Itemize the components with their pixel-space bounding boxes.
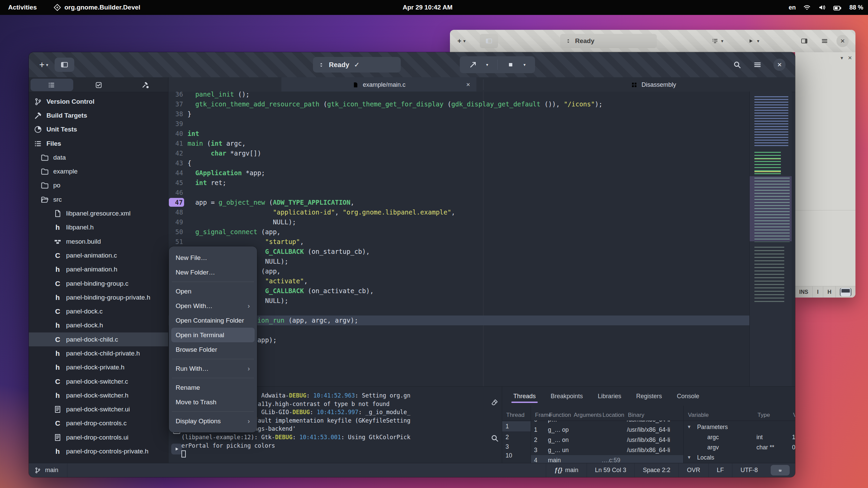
sidebar-item-files[interactable]: Files [29,137,168,150]
menu-item-move-to-trash[interactable]: Move to Trash [171,395,255,409]
code-line-46[interactable]: 46 [169,188,749,198]
code-line-45[interactable]: 45 int ret; [169,178,749,188]
debug-tab-registers[interactable]: Registers [636,393,662,400]
debug-tab-libraries[interactable]: Libraries [598,393,621,400]
close-tab-icon[interactable]: ✕ [466,82,470,88]
status-utf-8[interactable]: UTF-8 [732,463,766,477]
clear-log-icon[interactable] [491,398,499,406]
frame-row-3[interactable]: 3g_… un/usr/lib/x86_64-li [531,445,683,455]
sidebar-item-version-control[interactable]: Version Control [29,95,168,108]
tab-disassembly[interactable]: Disassembly [512,77,795,92]
bg-status-h[interactable]: H [823,286,836,298]
code-line-44[interactable]: 44 GApplication *app; [169,168,749,178]
expander-icon[interactable]: ▼ [687,452,691,463]
menu-item-open-with[interactable]: Open With…› [171,299,255,313]
bg-build-target-button[interactable]: ▾ [712,30,723,52]
background-window-header[interactable]: +▾ Ready ▾ ▾ ✕ [450,30,855,52]
bg-menu-button[interactable] [821,30,828,52]
stop-icon[interactable] [507,61,514,68]
run-icon[interactable] [469,61,477,68]
bg-toggle-right-panel-button[interactable] [801,30,808,52]
toggle-left-panel-button[interactable] [55,58,74,72]
bg-close-button[interactable]: ✕ [836,35,849,47]
code-line-51[interactable]: 51 "startup", [169,237,749,247]
minimap-viewport[interactable] [750,176,792,241]
minimap[interactable] [749,92,792,386]
close-button[interactable]: ✕ [773,59,786,71]
clock-button[interactable]: Apr 29 10:42 AM [402,0,452,15]
status-lf[interactable]: LF [708,463,732,477]
bg-status-ins[interactable]: INS [795,286,813,298]
sidebar-item-panel-dock-private-h[interactable]: hpanel-dock-private.h [29,361,168,374]
status-space-2-2[interactable]: Space 2:2 [634,463,678,477]
sidebar-item-panel-animation-h[interactable]: hpanel-animation.h [29,263,168,277]
code-line-38[interactable]: 38} [169,109,749,119]
tab-example-main-c[interactable]: example/main.c ✕ [281,77,476,92]
toggle-bottom-panel-button[interactable] [771,465,790,475]
sidebar-item-panel-dock-c[interactable]: Cpanel-dock.c [29,304,168,318]
search-button[interactable] [731,58,744,71]
frame-row-2[interactable]: 2g_… on/usr/lib/x86_64-li [531,435,683,445]
sidebar-item-panel-drop-controls-private-h[interactable]: hpanel-drop-controls-private.h [29,444,168,458]
menu-item-display-options[interactable]: Display Options› [171,414,255,428]
status-ovr[interactable]: OVR [678,463,708,477]
sidebar-tab-build-issues[interactable] [142,81,149,89]
code-line-47[interactable]: 47 app = g_object_new (ADW_TYPE_APPLICAT… [169,198,749,207]
bg-run-button[interactable]: ▾ [748,30,759,52]
variable-row-locals[interactable]: ▼Locals [684,452,795,463]
expander-icon[interactable]: ▼ [687,422,691,432]
menu-item-open-in-terminal[interactable]: Open in Terminal [171,328,255,342]
branch-button[interactable]: main [29,463,67,477]
code-line-41[interactable]: 41main (int argc, [169,139,749,148]
search-log-icon[interactable] [491,434,499,442]
code-line-42[interactable]: 42 char *argv[]) [169,148,749,158]
sidebar-item-panel-dock-switcher-ui[interactable]: panel-dock-switcher.ui [29,403,168,416]
sidebar-item-panel-animation-c[interactable]: Cpanel-animation.c [29,248,168,262]
code-line-39[interactable]: 39 [169,119,749,129]
sidebar-item-panel-binding-group-c[interactable]: Cpanel-binding-group.c [29,277,168,290]
sidebar-item-libpanel-h[interactable]: hlibpanel.h [29,221,168,235]
debug-tab-threads[interactable]: Threads [513,393,536,400]
bg-build-status-pill[interactable]: Ready [560,34,657,48]
chevron-down-icon[interactable]: ▾ [524,62,526,67]
thread-row-1[interactable]: 1 [502,421,531,431]
build-status-pill[interactable]: Ready ✓ [313,57,401,73]
sidebar-tab-project-tree[interactable] [48,81,55,89]
system-status-area[interactable]: en 88 % [789,0,863,15]
activities-button[interactable]: Activities [8,0,37,15]
sidebar-item-build-targets[interactable]: Build Targets [29,108,168,122]
debug-tab-breakpoints[interactable]: Breakpoints [551,393,583,400]
sidebar-item-panel-binding-group-private-h[interactable]: hpanel-binding-group-private.h [29,290,168,304]
sidebar-item-panel-dock-h[interactable]: hpanel-dock.h [29,319,168,332]
code-line-50[interactable]: 50 g_signal_connect (app, [169,227,749,237]
app-menu-button[interactable]: org.gnome.Builder.Devel [54,0,140,15]
status-main[interactable]: ƒ{}main [546,463,587,477]
status-ln-59-col-3[interactable]: Ln 59 Col 3 [587,463,634,477]
variable-row-argc[interactable]: argcint1 [684,432,795,442]
bg-toggle-left-panel-button[interactable] [480,34,498,48]
sidebar-item-panel-drop-controls-ui[interactable]: panel-drop-controls.ui [29,430,168,444]
sidebar-item-panel-dock-switcher-h[interactable]: hpanel-dock-switcher.h [29,388,168,402]
code-line-36[interactable]: 36 panel_init (); [169,92,749,99]
sidebar-item-data[interactable]: data [29,150,168,164]
breakpoint-line-number[interactable]: 47 [169,198,184,207]
sidebar-item-unit-tests[interactable]: Unit Tests [29,123,168,137]
code-line-43[interactable]: 43{ [169,158,749,168]
code-line-40[interactable]: 40int [169,129,749,139]
bg-status-i[interactable]: I [813,286,824,298]
menu-item-new-file[interactable]: New File… [171,250,255,265]
code-line-48[interactable]: 48 "application-id", "org.gnome.libpanel… [169,207,749,217]
sidebar-item-example[interactable]: example [29,164,168,178]
frame-row-0[interactable]: 0p…/usr/lib/x86_64-li [531,421,683,425]
bg-new-document-button[interactable]: +▾ [457,30,466,52]
menu-item-new-folder[interactable]: New Folder… [171,265,255,280]
variable-row-parameters[interactable]: ▼Parameters [684,422,795,432]
bg-toggle-panel-button[interactable] [836,286,855,298]
frame-row-1[interactable]: 1g_… op/usr/lib/x86_64-li [531,425,683,435]
log-run-button[interactable] [171,444,182,454]
sidebar-item-panel-dock-child-private-h[interactable]: hpanel-dock-child-private.h [29,346,168,360]
thread-row-2[interactable]: 2 [502,432,531,442]
bg-panel-controls[interactable]: ▾✕ [841,55,852,61]
sidebar-item-libpanel-gresource-xml[interactable]: libpanel.gresource.xml [29,206,168,220]
menu-button[interactable] [751,58,764,71]
